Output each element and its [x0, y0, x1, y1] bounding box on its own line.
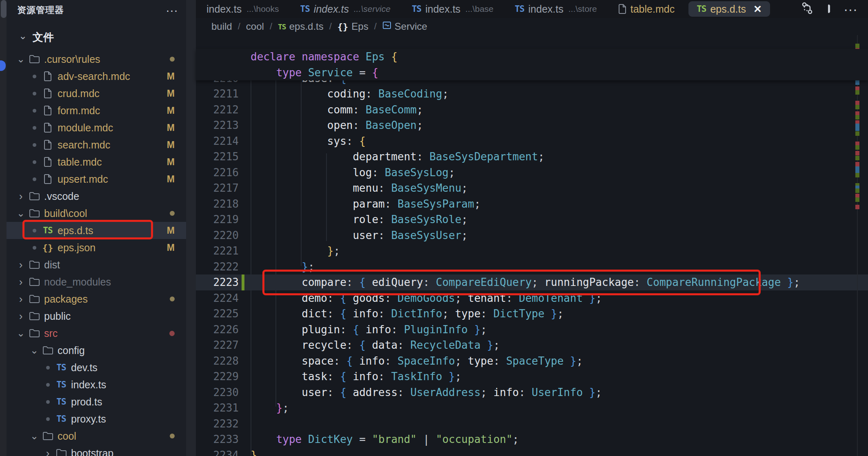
tree-item-crud.mdc[interactable]: crud.mdcM — [7, 85, 186, 102]
code-line-2225[interactable]: 2225 dict: { info: DictInfo; type: DictT… — [196, 306, 868, 322]
code-line-2219[interactable]: 2219 role: BaseSysRole; — [196, 212, 868, 228]
activity-bar — [0, 0, 7, 456]
split-editor-icon[interactable] — [828, 5, 830, 13]
tree-item-build-cool[interactable]: ⌄build\cool — [7, 205, 186, 222]
typescript-icon: TS — [54, 363, 69, 372]
code-line-2228[interactable]: 2228 space: { info: SpaceInfo; type: Spa… — [196, 353, 868, 369]
code-line-2230[interactable]: 2230 user: { address: UserAddress; info:… — [196, 385, 868, 401]
tree-item-upsert.mdc[interactable]: upsert.mdcM — [7, 170, 186, 188]
tree-item-cool[interactable]: ⌄cool — [7, 427, 186, 445]
git-modified-badge: M — [167, 157, 175, 168]
tab-eps.d.ts-active[interactable]: TSeps.d.ts✕ — [688, 1, 770, 17]
tree-item-label: public — [44, 310, 71, 322]
tree-item-table.mdc[interactable]: table.mdcM — [7, 153, 186, 170]
more-actions-icon[interactable]: ··· — [166, 6, 178, 14]
ruler-mark-added — [855, 131, 859, 136]
ruler-mark-added — [855, 44, 859, 48]
breadcrumb-item-service[interactable]: Service — [382, 21, 427, 32]
code-line-2215[interactable]: 2215 department: BaseSysDepartment; — [196, 149, 868, 165]
editor-group: index.ts...\hooksTSindex.ts...\serviceTS… — [196, 0, 868, 456]
code-line-2212[interactable]: 2212 comm: BaseComm; — [196, 102, 868, 118]
tree-item-eps.json[interactable]: {}eps.jsonM — [7, 239, 186, 256]
breadcrumb-label: Service — [395, 21, 427, 32]
compare-changes-icon[interactable] — [800, 1, 814, 17]
code-line-2232[interactable]: 2232 — [196, 416, 868, 432]
file-icon — [40, 123, 55, 133]
code-line-2226[interactable]: 2226 plugin: { info: PluginInfo }; — [196, 322, 868, 338]
namespace-icon: {} — [337, 22, 349, 32]
tree-item-label: node_modules — [44, 276, 111, 288]
tab-index.ts[interactable]: TSindex.ts...\base — [401, 0, 504, 18]
tree-item-.vscode[interactable]: ›.vscode — [7, 188, 186, 205]
tree-item-.cursor-rules[interactable]: ⌄.cursor\rules — [7, 51, 186, 68]
tree-item-dist[interactable]: ›dist — [7, 256, 186, 273]
breadcrumb-item-eps.d.ts[interactable]: TSeps.d.ts — [278, 21, 324, 32]
tree-item-label: proxy.ts — [71, 413, 106, 425]
annotation-box-code — [262, 270, 761, 295]
tab-index.ts[interactable]: index.ts...\hooks — [196, 0, 290, 18]
tree-item-module.mdc[interactable]: module.mdcM — [7, 119, 186, 136]
line-number: 2219 — [196, 212, 239, 228]
code-line-2217[interactable]: 2217 menu: BaseSysMenu; — [196, 180, 868, 196]
bullet-icon — [42, 383, 54, 387]
tab-table.mdc[interactable]: table.mdc — [608, 0, 685, 18]
code-line-2214[interactable]: 2214 sys: { — [196, 133, 868, 149]
tree-item-label: config — [58, 345, 85, 356]
tree-item-src[interactable]: ⌄src — [7, 325, 186, 342]
breadcrumb-label: cool — [246, 21, 264, 32]
tree-item-config[interactable]: ⌄config — [7, 342, 186, 359]
ruler-mark-deleted — [855, 205, 859, 209]
line-number: 2223 — [196, 274, 239, 290]
code-line-2231[interactable]: 2231 }; — [196, 400, 868, 416]
file-icon — [40, 174, 55, 184]
chevron-right-icon: › — [15, 190, 27, 203]
tree-item-packages[interactable]: ›packages — [7, 290, 186, 308]
code-line-2221[interactable]: 2221 }; — [196, 243, 868, 259]
tree-item-index.ts[interactable]: TSindex.ts — [7, 376, 186, 393]
code-editor[interactable]: 2210 base: {2211 coding: BaseCoding;2212… — [196, 35, 868, 456]
tree-item-search.mdc[interactable]: search.mdcM — [7, 136, 186, 153]
tab-index.ts[interactable]: TSindex.ts...\store — [504, 0, 608, 18]
tree-item-prod.ts[interactable]: TSprod.ts — [7, 393, 186, 410]
code-line-2229[interactable]: 2229 task: { info: TaskInfo }; — [196, 369, 868, 385]
tree-item-adv-search.mdc[interactable]: adv-search.mdcM — [7, 68, 186, 85]
folder-icon — [27, 260, 42, 269]
tree-item-public[interactable]: ›public — [7, 308, 186, 325]
line-number: 2218 — [196, 196, 239, 212]
ruler-mark-added — [855, 90, 859, 95]
file-icon — [40, 89, 55, 98]
tree-item-dev.ts[interactable]: TSdev.ts — [7, 359, 186, 376]
sidebar-scrollbar[interactable] — [186, 0, 196, 456]
code-line-2216[interactable]: 2216 log: BaseSysLog; — [196, 165, 868, 181]
tree-item-form.mdc[interactable]: form.mdcM — [7, 102, 186, 119]
code-line-2211[interactable]: 2211 coding: BaseCoding; — [196, 86, 868, 102]
vscode-window: 资源管理器 ··· ⌄ 文件 ⌄.cursor\rulesadv-search.… — [0, 0, 868, 456]
sticky-scroll[interactable]: declare namespace Eps { type Service = { — [196, 49, 868, 80]
tree-item-proxy.ts[interactable]: TSproxy.ts — [7, 410, 186, 427]
breadcrumb-item-eps[interactable]: {}Eps — [337, 21, 369, 32]
code-line-2218[interactable]: 2218 param: BaseSysParam; — [196, 196, 868, 212]
folder-modified-dot — [170, 211, 175, 216]
tree-item-bootstrap[interactable]: ›bootstrap — [7, 445, 186, 456]
code-line-2234[interactable]: 2234} — [196, 447, 868, 456]
tree-item-node-modules[interactable]: ›node_modules — [7, 273, 186, 290]
folder-icon — [40, 346, 55, 355]
code-line-2233[interactable]: 2233 type DictKey = "brand" | "occupatio… — [196, 432, 868, 447]
file-icon — [40, 106, 55, 115]
code-line-2220[interactable]: 2220 user: BaseSysUser; — [196, 228, 868, 243]
breadcrumb-item-cool[interactable]: cool — [246, 21, 264, 32]
line-number: 2229 — [196, 369, 239, 385]
tab-index.ts[interactable]: TSindex.ts...\service — [290, 0, 401, 18]
line-number: 2232 — [196, 416, 239, 432]
editor-more-actions-icon[interactable]: ··· — [844, 7, 857, 11]
code-line-2227[interactable]: 2227 recycle: { data: RecycleData }; — [196, 337, 868, 353]
folder-icon — [27, 277, 42, 286]
typescript-icon: TS — [515, 4, 524, 14]
breadcrumb-item-build[interactable]: build — [211, 21, 232, 32]
files-section-header[interactable]: ⌄ 文件 — [19, 29, 54, 45]
line-number: 2220 — [196, 228, 239, 243]
line-number: 2228 — [196, 353, 239, 369]
code-line-2213[interactable]: 2213 open: BaseOpen; — [196, 117, 868, 133]
close-icon[interactable]: ✕ — [753, 3, 762, 15]
typescript-dts-icon: TS — [697, 4, 706, 14]
